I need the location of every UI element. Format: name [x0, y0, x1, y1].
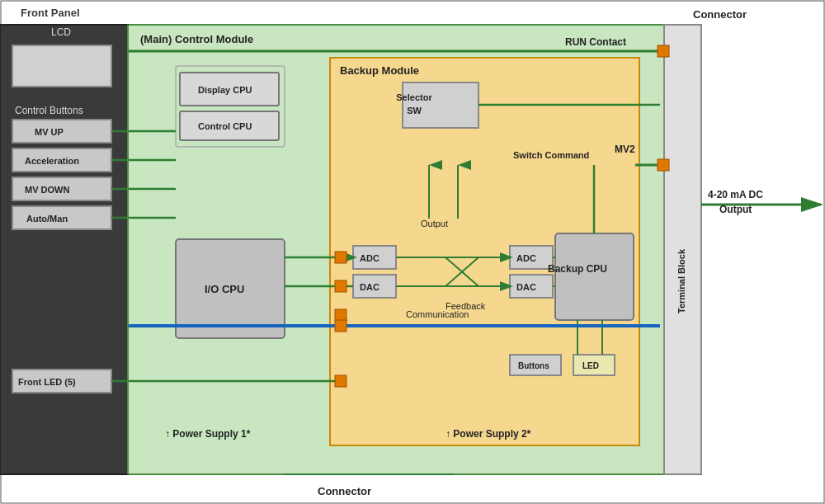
svg-text:MV DOWN: MV DOWN: [25, 185, 69, 195]
svg-rect-12: [180, 111, 279, 140]
svg-text:MV2: MV2: [615, 144, 635, 155]
diagram-container: ↑ Power Supply 1* ↑ Power Supply 2* Fron…: [0, 0, 825, 504]
svg-rect-9: [12, 206, 111, 229]
svg-rect-15: [403, 82, 478, 128]
svg-rect-22: [573, 355, 615, 375]
svg-line-40: [446, 257, 478, 286]
connections-svg: ↑ Power Supply 1* ↑ Power Supply 2* Fron…: [0, 0, 825, 504]
svg-rect-20: [555, 233, 634, 320]
svg-text:(Main) Control Module: (Main) Control Module: [140, 33, 253, 45]
svg-rect-35: [335, 252, 346, 263]
svg-text:DAC: DAC: [516, 282, 536, 292]
svg-text:ADC: ADC: [516, 253, 536, 263]
svg-text:Buttons: Buttons: [518, 361, 549, 370]
svg-rect-32: [335, 375, 346, 387]
svg-text:Auto/Man: Auto/Man: [26, 214, 68, 224]
svg-text:Connector: Connector: [693, 8, 747, 21]
svg-text:RUN Contact: RUN Contact: [565, 36, 626, 48]
svg-rect-19: [510, 275, 553, 298]
svg-text:I/O CPU: I/O CPU: [205, 283, 244, 295]
svg-rect-21: [510, 355, 561, 375]
svg-text:Feedback: Feedback: [446, 301, 486, 311]
svg-rect-36: [335, 280, 346, 292]
svg-text:Acceleration: Acceleration: [25, 156, 79, 166]
svg-rect-10: [12, 370, 111, 393]
svg-text:Connector: Connector: [318, 485, 371, 497]
svg-text:Front Panel: Front Panel: [21, 7, 80, 19]
svg-text:MV UP: MV UP: [35, 127, 64, 137]
svg-rect-51: [335, 320, 346, 332]
svg-rect-2: [330, 58, 639, 445]
svg-text:Front LED (5): Front LED (5): [18, 377, 76, 387]
svg-rect-7: [12, 148, 111, 172]
svg-text:Display CPU: Display CPU: [198, 85, 252, 95]
svg-line-41: [446, 257, 478, 286]
svg-text:4-20 mA DC: 4-20 mA DC: [708, 189, 763, 200]
svg-rect-11: [180, 73, 279, 106]
svg-text:↑  Power Supply 1*: ↑ Power Supply 1*: [165, 428, 251, 440]
svg-text:Control CPU: Control CPU: [198, 121, 252, 131]
svg-rect-0: [1, 1, 824, 503]
svg-rect-3: [664, 25, 701, 474]
svg-text:Control Buttons: Control Buttons: [15, 105, 83, 116]
svg-rect-4: [0, 25, 128, 474]
svg-text:LED: LED: [582, 361, 599, 370]
svg-rect-17: [353, 275, 396, 298]
svg-text:LCD: LCD: [51, 26, 71, 38]
svg-rect-5: [12, 45, 111, 87]
svg-rect-1: [128, 25, 664, 474]
svg-rect-13: [176, 66, 285, 147]
svg-text:↑  Power Supply 2*: ↑ Power Supply 2*: [446, 428, 531, 440]
svg-text:Output: Output: [719, 204, 752, 215]
svg-rect-18: [510, 246, 553, 269]
svg-rect-8: [12, 177, 111, 200]
svg-text:ADC: ADC: [360, 253, 380, 263]
svg-text:Communication: Communication: [406, 309, 469, 319]
svg-text:Output: Output: [421, 219, 448, 228]
svg-rect-6: [12, 120, 111, 143]
svg-text:Backup CPU: Backup CPU: [548, 263, 607, 275]
svg-rect-37: [335, 309, 346, 321]
svg-text:Selector: Selector: [396, 92, 432, 102]
svg-text:DAC: DAC: [360, 282, 380, 292]
svg-text:Backup Module: Backup Module: [340, 64, 419, 77]
svg-text:Switch Command: Switch Command: [513, 150, 589, 160]
svg-text:Terminal Block: Terminal Block: [676, 248, 686, 313]
svg-rect-26: [658, 159, 669, 171]
svg-rect-16: [353, 246, 396, 269]
svg-rect-24: [658, 45, 669, 57]
svg-rect-14: [176, 239, 285, 338]
svg-text:SW: SW: [407, 106, 422, 115]
